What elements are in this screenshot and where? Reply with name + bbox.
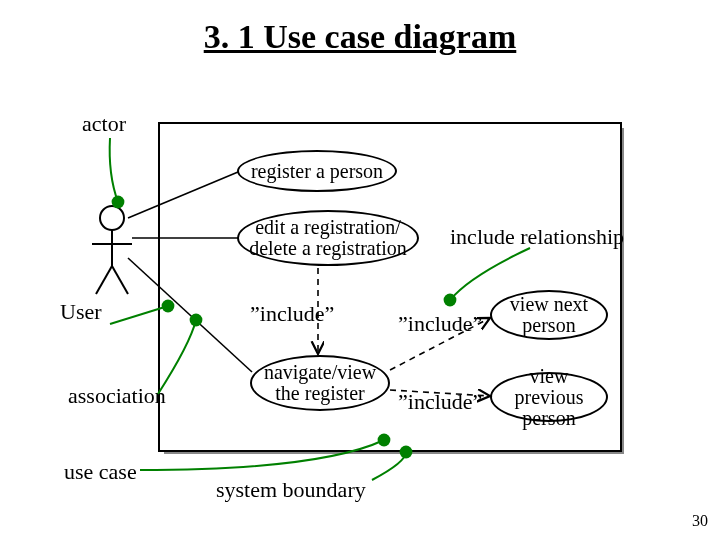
diagram-lines: [0, 0, 720, 540]
anno-association: [158, 320, 196, 394]
assoc-actor-register: [128, 172, 238, 218]
anno-include-relationship: [450, 248, 530, 300]
anno-actor: [110, 138, 118, 202]
include-navigate-to-viewnext: [390, 318, 490, 370]
include-navigate-to-viewprev: [390, 390, 490, 396]
anno-system-boundary: [372, 452, 406, 480]
svg-line-4: [96, 266, 112, 294]
svg-point-1: [100, 206, 124, 230]
svg-line-5: [112, 266, 128, 294]
anno-user: [110, 306, 168, 324]
actor-icon: [92, 206, 132, 294]
assoc-actor-navigate: [128, 258, 252, 372]
anno-usecase: [140, 440, 384, 470]
